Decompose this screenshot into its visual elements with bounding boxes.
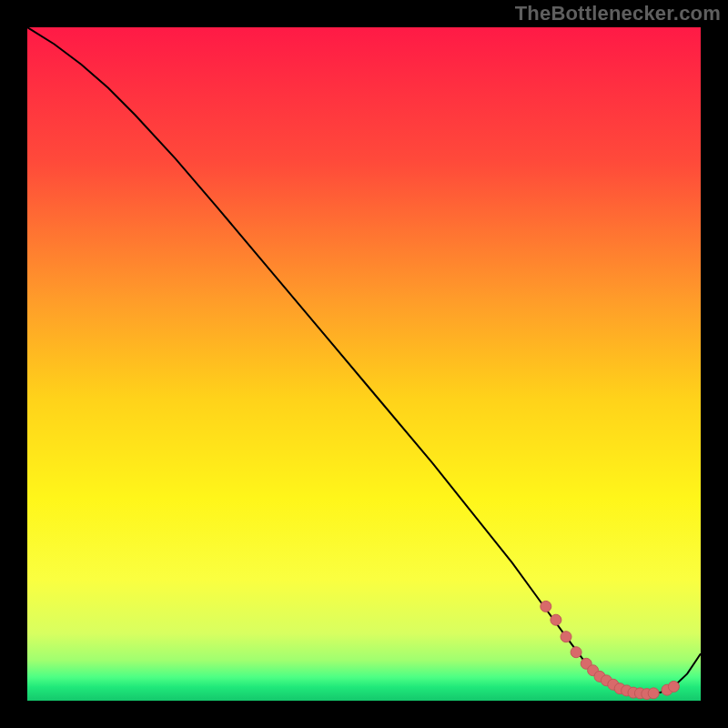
frame: TheBottlenecker.com [0, 0, 728, 728]
marker-dot [648, 688, 659, 699]
chart-svg [27, 27, 701, 701]
marker-dot [551, 614, 561, 625]
gradient-background [27, 27, 701, 701]
marker-dot [541, 601, 551, 612]
chart-area [27, 27, 701, 701]
marker-dot [668, 681, 679, 692]
watermark-text: TheBottlenecker.com [515, 2, 721, 25]
marker-dot [571, 647, 581, 658]
marker-dot [561, 632, 571, 642]
